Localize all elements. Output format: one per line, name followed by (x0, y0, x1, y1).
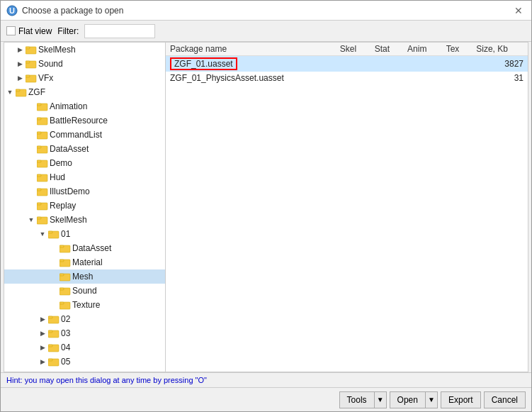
dialog-icon: U (6, 5, 18, 16)
filter-label: Filter: (57, 26, 79, 36)
folder-icon (60, 300, 71, 310)
svg-rect-9 (16, 89, 20, 91)
tree-label: Mesh (72, 272, 93, 282)
title-bar-left: U Choose a package to open (6, 5, 123, 16)
dialog-title: Choose a package to open (22, 6, 123, 16)
tree-label: VFx (38, 73, 53, 83)
tree-label: SkelMesh (50, 215, 87, 225)
tree-label: 06 (61, 371, 70, 372)
open-dropdown-arrow[interactable]: ▼ (425, 391, 438, 408)
tools-button[interactable]: Tools (339, 391, 374, 408)
tools-dropdown-arrow[interactable]: ▼ (374, 391, 387, 408)
svg-rect-21 (37, 174, 41, 177)
table-row[interactable]: ZGF_01_PhysicsAsset.uasset 31 (166, 72, 528, 84)
expand-arrow-zgf: ▼ (6, 88, 14, 96)
filter-input[interactable] (84, 24, 155, 38)
main-content: ▶ SkelMesh ▶ Sound ▶ VFx (4, 42, 528, 372)
expand-arrow-skelmesh-zgf: ▼ (27, 216, 35, 224)
tree-label: Sound (38, 59, 63, 69)
tree-item-vfx-root[interactable]: ▶ VFx (4, 71, 165, 85)
toolbar: Flat view Filter: (1, 21, 531, 42)
tree-label: 02 (61, 314, 70, 324)
expand-arrow-03: ▶ (38, 329, 47, 338)
flat-view-checkbox[interactable] (6, 26, 16, 35)
left-tree-panel: ▶ SkelMesh ▶ Sound ▶ VFx (4, 43, 166, 372)
tree-item-sound-root[interactable]: ▶ Sound (4, 57, 165, 71)
folder-icon (26, 45, 37, 55)
svg-rect-43 (48, 330, 52, 333)
flat-view-label: Flat view (18, 26, 52, 36)
svg-rect-31 (60, 245, 64, 247)
folder-icon (48, 314, 60, 324)
tree-item-06[interactable]: ▶ 06 (4, 369, 165, 372)
tree-label: 03 (61, 328, 70, 338)
svg-rect-47 (48, 359, 52, 361)
tree-label: Texture (72, 300, 100, 310)
table-row[interactable]: ZGF_01.uasset 3827 (166, 56, 528, 72)
folder-icon (37, 172, 48, 182)
export-button[interactable]: Export (441, 391, 481, 408)
anim-cell (403, 72, 442, 84)
tree-item-03[interactable]: ▶ 03 (4, 326, 165, 340)
tree-item-skelmesh-zgf[interactable]: ▼ SkelMesh (4, 213, 165, 227)
folder-icon (16, 87, 27, 97)
svg-rect-29 (48, 231, 52, 233)
bottom-bar: Tools ▼ Open ▼ Export Cancel (1, 387, 531, 411)
stat-cell (370, 56, 403, 72)
tree-label: IllustDemo (50, 186, 90, 196)
expand-arrow-skelmesh: ▶ (16, 45, 24, 54)
folder-icon (37, 116, 48, 126)
svg-rect-23 (37, 189, 41, 191)
cancel-button[interactable]: Cancel (484, 391, 526, 408)
tree-item-material-01[interactable]: Material (4, 255, 165, 269)
tree-label: CommandList (50, 130, 102, 140)
folder-icon (26, 59, 37, 69)
tree-label: 04 (61, 343, 70, 352)
tree-item-01[interactable]: ▼ 01 (4, 227, 165, 241)
tree-item-02[interactable]: ▶ 02 (4, 312, 165, 326)
svg-rect-7 (26, 75, 30, 77)
folder-icon (60, 243, 71, 253)
tree-item-dataasset-01[interactable]: DataAsset (4, 241, 165, 255)
tree-item-hud[interactable]: Hud (4, 170, 165, 184)
tree-item-dataasset[interactable]: DataAsset (4, 142, 165, 156)
tree-item-05[interactable]: ▶ 05 (4, 355, 165, 369)
title-bar: U Choose a package to open ✕ (1, 1, 531, 21)
tools-button-group: Tools ▼ (339, 391, 387, 408)
tree-item-illustdemo[interactable]: IllustDemo (4, 184, 165, 199)
open-button[interactable]: Open (390, 391, 425, 408)
tree-item-commandlist[interactable]: CommandList (4, 128, 165, 142)
expand-arrow-sound: ▶ (16, 60, 24, 68)
tree-item-zgf-root[interactable]: ▼ ZGF (4, 85, 165, 99)
col-package-name: Package name (166, 43, 336, 56)
close-button[interactable]: ✕ (511, 4, 526, 18)
tree-label: BattleResource (50, 116, 108, 126)
tree-item-skelmesh-root[interactable]: ▶ SkelMesh (4, 43, 165, 57)
tree-item-battleresource[interactable]: BattleResource (4, 113, 165, 128)
package-name-cell: ZGF_01_PhysicsAsset.uasset (166, 72, 336, 84)
right-panel: Package name Skel Stat Anim Tex Size, Kb… (166, 43, 528, 372)
tree-label: SkelMesh (38, 45, 76, 55)
size-cell: 3827 (472, 56, 528, 72)
folder-icon (37, 201, 48, 211)
package-table: Package name Skel Stat Anim Tex Size, Kb… (166, 43, 528, 84)
svg-rect-17 (37, 146, 41, 148)
svg-rect-11 (37, 104, 41, 106)
tree-item-demo[interactable]: Demo (4, 156, 165, 170)
hint-bar: Hint: you may open this dialog at any ti… (1, 372, 531, 387)
tree-item-replay[interactable]: Replay (4, 199, 165, 213)
folder-icon (37, 158, 48, 168)
svg-rect-33 (60, 260, 64, 262)
tree-item-mesh-01[interactable]: Mesh (4, 269, 165, 284)
col-size: Size, Kb (472, 43, 528, 56)
folder-icon (60, 272, 71, 282)
tree-item-04[interactable]: ▶ 04 (4, 340, 165, 355)
svg-rect-5 (26, 61, 30, 63)
tree-item-animation[interactable]: Animation (4, 99, 165, 113)
stat-cell (370, 72, 403, 84)
package-name-cell: ZGF_01.uasset (166, 56, 336, 72)
tree-item-texture-01[interactable]: Texture (4, 298, 165, 312)
tree-item-sound-01[interactable]: Sound (4, 284, 165, 298)
svg-rect-19 (37, 160, 41, 162)
col-skel: Skel (336, 43, 370, 56)
